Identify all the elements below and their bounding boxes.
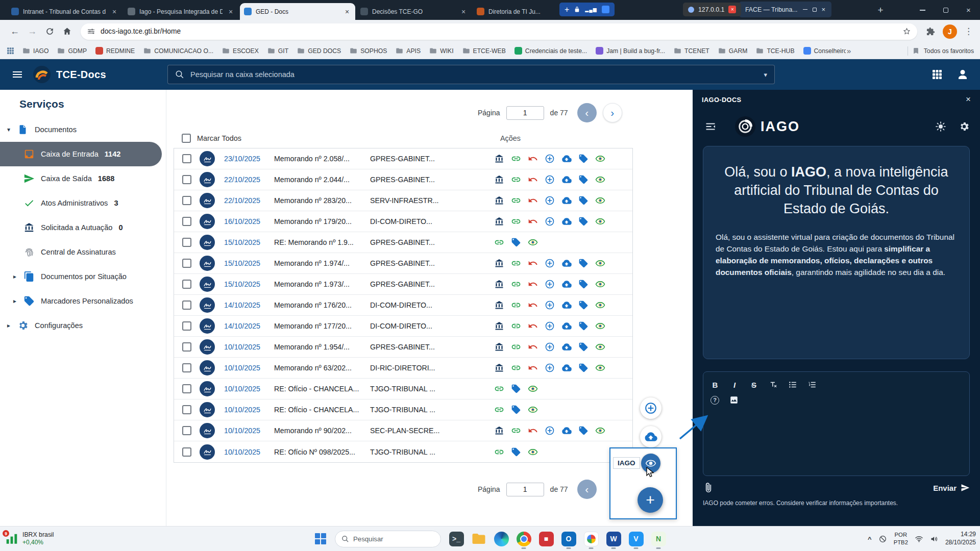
overlay-close-icon[interactable]: ×: [728, 6, 736, 13]
cloud-action-icon[interactable]: [558, 319, 575, 333]
bookmark-item[interactable]: REDMINE: [92, 45, 138, 56]
extensions-icon[interactable]: [925, 27, 936, 37]
attachment-paperclip-icon[interactable]: [703, 482, 714, 493]
all-bookmarks[interactable]: Todos os favoritos: [908, 46, 974, 56]
link-action-icon[interactable]: [491, 403, 507, 416]
link-action-icon[interactable]: [491, 445, 507, 459]
apps-grid-icon[interactable]: [931, 68, 943, 81]
taskbar-app-file-explorer[interactable]: [468, 528, 490, 550]
sidebar-item[interactable]: ▸ Marcadores Personalizados: [0, 289, 162, 313]
undo-action-icon[interactable]: [524, 257, 541, 270]
document-title[interactable]: RE: Ofício - CHANCELA...: [274, 406, 367, 414]
expander-icon[interactable]: ▸: [13, 273, 21, 280]
plusc-action-icon[interactable]: [541, 278, 558, 291]
bank-action-icon[interactable]: [491, 215, 507, 228]
eye-action-icon[interactable]: [592, 215, 608, 228]
sidebar-item[interactable]: Central de Assinaturas: [0, 240, 162, 264]
cloud-action-icon[interactable]: [558, 340, 575, 354]
settings-gear-icon[interactable]: [959, 121, 970, 132]
plusc-action-icon[interactable]: [541, 173, 558, 186]
browser-tab[interactable]: Intranet - Tribunal de Contas d... ×: [7, 3, 122, 20]
bank-action-icon[interactable]: [491, 152, 507, 165]
sidebar-item[interactable]: Solicitada a Autuação 0: [0, 215, 162, 240]
overlay-minimize-icon[interactable]: [803, 9, 807, 10]
document-title[interactable]: Memorando nº 2.044/...: [274, 176, 367, 184]
undo-action-icon[interactable]: [524, 424, 541, 437]
document-date-link[interactable]: 14/10/2025: [224, 301, 271, 309]
sidebar-item[interactable]: Atos Administrativos 3: [0, 191, 162, 215]
eye-action-icon[interactable]: [524, 403, 541, 416]
next-page-button[interactable]: ›: [603, 103, 622, 122]
bookmark-item[interactable]: TCENET: [670, 45, 713, 56]
taskbar-app-terminal[interactable]: >_: [445, 528, 468, 550]
browser-tab[interactable]: GED - Docs ×: [240, 3, 355, 20]
taskbar-app-app-red[interactable]: ■: [535, 528, 557, 550]
eye-action-icon[interactable]: [592, 319, 608, 333]
sidebar-item[interactable]: ▸ Documentos por Situação: [0, 264, 162, 289]
undo-action-icon[interactable]: [524, 194, 541, 207]
document-title[interactable]: Memorando nº 283/20...: [274, 196, 367, 205]
address-bar[interactable]: docs-iago.tce.gti.br/Home: [81, 23, 917, 40]
send-button[interactable]: Enviar: [933, 483, 970, 492]
numbered-list-icon[interactable]: [807, 380, 817, 389]
document-title[interactable]: Memorando nº 1.954/...: [274, 343, 367, 351]
row-checkbox[interactable]: [182, 175, 191, 184]
panel-close-icon[interactable]: ×: [966, 94, 971, 105]
site-settings-icon[interactable]: [87, 27, 95, 36]
link-action-icon[interactable]: [507, 194, 524, 207]
bookmark-item[interactable]: SOPHOS: [346, 45, 390, 56]
hamburger-menu-icon[interactable]: [11, 68, 23, 81]
tag-action-icon[interactable]: [507, 403, 524, 416]
row-checkbox[interactable]: [182, 342, 191, 352]
taskbar-app-vscode[interactable]: V: [625, 528, 647, 550]
bookmark-item[interactable]: ETCE-WEB: [459, 45, 509, 56]
eye-action-icon[interactable]: [592, 152, 608, 165]
italic-button[interactable]: I: [730, 381, 739, 389]
link-action-icon[interactable]: [491, 236, 507, 249]
bookmark-star-icon[interactable]: [902, 27, 911, 36]
eye-action-icon[interactable]: [592, 173, 608, 186]
row-checkbox[interactable]: [182, 447, 191, 457]
bank-action-icon[interactable]: [491, 361, 507, 374]
document-title[interactable]: RE: Ofício - CHANCELA...: [274, 385, 367, 393]
new-tab-button[interactable]: +: [874, 4, 887, 17]
cloud-action-icon[interactable]: [558, 257, 575, 270]
back-button[interactable]: ←: [7, 24, 22, 39]
bookmark-item[interactable]: TCE-HUB: [752, 45, 798, 56]
document-date-link[interactable]: 10/10/2025: [224, 364, 271, 372]
tag-action-icon[interactable]: [575, 340, 592, 354]
document-title[interactable]: Memorando nº 1.974/...: [274, 259, 367, 267]
row-checkbox[interactable]: [182, 405, 191, 414]
document-title[interactable]: Memorando nº 176/20...: [274, 301, 367, 309]
bookmark-item[interactable]: Jam | Build a bug-fr...: [592, 45, 669, 56]
eye-action-icon[interactable]: [524, 382, 541, 395]
cloud-action-icon[interactable]: [558, 173, 575, 186]
undo-action-icon[interactable]: [524, 215, 541, 228]
tag-action-icon[interactable]: [575, 278, 592, 291]
ip-window-overlay[interactable]: 127.0.0.1 ×: [683, 3, 741, 16]
eye-action-icon[interactable]: [592, 424, 608, 437]
window-close-button[interactable]: ×: [957, 0, 980, 20]
bookmark-item[interactable]: GIT: [264, 45, 292, 56]
document-title[interactable]: RE: Ofício Nº 098/2025...: [274, 448, 367, 456]
taskbar-clock[interactable]: 14:29 28/10/2025: [945, 531, 976, 546]
taskbar-stock-widget[interactable]: 9 IBRX brasil +0,40%: [5, 527, 54, 551]
bookmark-item[interactable]: GDMP: [54, 45, 90, 56]
bookmark-item[interactable]: APIS: [392, 45, 424, 56]
page-number-input[interactable]: [506, 483, 544, 496]
link-action-icon[interactable]: [507, 257, 524, 270]
sidebar-item[interactable]: Caixa de Entrada 1142: [0, 142, 162, 166]
tab-close-icon[interactable]: ×: [110, 8, 118, 16]
document-title[interactable]: Memorando nº 177/20...: [274, 322, 367, 330]
app-brand[interactable]: TCE-Docs: [33, 65, 106, 84]
sidebar-item[interactable]: ▸ Configurações: [0, 313, 162, 338]
prev-page-button[interactable]: ‹: [577, 103, 597, 122]
plusc-action-icon[interactable]: [541, 424, 558, 437]
link-action-icon[interactable]: [507, 278, 524, 291]
undo-action-icon[interactable]: [524, 319, 541, 333]
taskbar-app-notepadpp[interactable]: N: [647, 528, 670, 550]
browser-tab[interactable]: Decisões TCE-GO ×: [356, 3, 472, 20]
browser-menu-icon[interactable]: ⋮: [964, 26, 973, 37]
tag-action-icon[interactable]: [507, 445, 524, 459]
document-date-link[interactable]: 16/10/2025: [224, 217, 271, 226]
